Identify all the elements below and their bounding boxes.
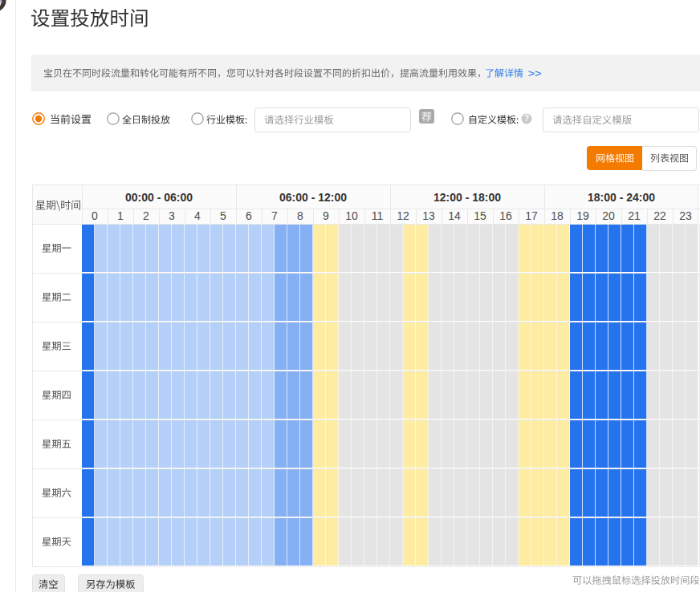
svg-text:?: ? (524, 114, 529, 123)
